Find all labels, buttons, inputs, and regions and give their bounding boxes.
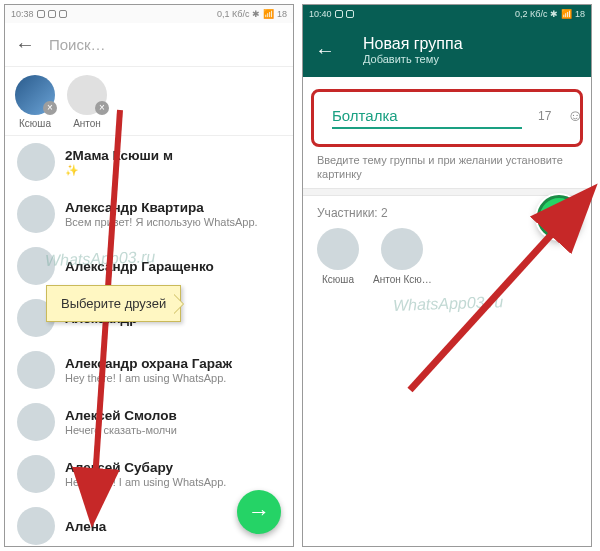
contact-name: 2Мама Ксюши м	[65, 148, 173, 163]
participant[interactable]: Антон Ксю…	[373, 228, 432, 285]
contact-status: ✨	[65, 164, 173, 177]
contact-row[interactable]: Александр КвартираВсем привет! Я использ…	[5, 188, 293, 240]
group-subject-card: 17 ☺	[311, 89, 583, 147]
emoji-icon[interactable]: ☺	[567, 107, 583, 125]
contact-row[interactable]: 2Мама Ксюши м✨	[5, 136, 293, 188]
header-subtitle: Добавить тему	[363, 53, 463, 65]
selected-chip[interactable]: × Антон	[67, 75, 107, 129]
remove-chip-icon[interactable]: ×	[95, 101, 109, 115]
contact-name: Алена	[65, 519, 106, 534]
char-counter: 17	[538, 109, 551, 123]
contact-row[interactable]: Алексей СмоловНечего сказать-молчи	[5, 396, 293, 448]
phone-right: 10:40 0,2 Кб/с ✱ 📶 18 ← Новая группа Доб…	[302, 4, 592, 547]
avatar	[17, 455, 55, 493]
avatar	[17, 143, 55, 181]
avatar	[17, 351, 55, 389]
participant-name: Антон Ксю…	[373, 274, 432, 285]
search-header: ←	[5, 23, 293, 67]
group-subject-input[interactable]	[332, 104, 522, 129]
callout-text: Выберите друзей	[61, 296, 166, 311]
confirm-fab[interactable]: ✓	[537, 195, 581, 239]
contact-status: Hey there! I am using WhatsApp.	[65, 476, 226, 488]
status-net: 0,1 Кб/с	[217, 9, 249, 19]
contact-name: Алексей Субару	[65, 460, 226, 475]
remove-chip-icon[interactable]: ×	[43, 101, 57, 115]
subject-hint: Введите тему группы и при желании устано…	[303, 153, 591, 188]
annotation-callout: Выберите друзей	[46, 285, 181, 322]
status-time: 10:40	[309, 9, 332, 19]
header-title: Новая группа	[363, 35, 463, 53]
contact-name: Александр Гаращенко	[65, 259, 214, 274]
contact-status: Нечего сказать-молчи	[65, 424, 177, 436]
contact-name: Александр охрана Гараж	[65, 356, 232, 371]
status-icon	[59, 10, 67, 18]
status-icon	[37, 10, 45, 18]
status-batt: 18	[575, 9, 585, 19]
contact-name: Алексей Смолов	[65, 408, 177, 423]
check-icon: ✓	[550, 204, 568, 230]
status-batt: 18	[277, 9, 287, 19]
contact-row[interactable]: Александр охрана ГаражHey there! I am us…	[5, 344, 293, 396]
divider	[303, 188, 591, 196]
contacts-list[interactable]: 2Мама Ксюши м✨Александр КвартираВсем при…	[5, 136, 293, 547]
statusbar: 10:38 0,1 Кб/с ✱ 📶 18	[5, 5, 293, 23]
avatar	[317, 228, 359, 270]
participant-name: Ксюша	[322, 274, 354, 285]
avatar	[17, 403, 55, 441]
avatar	[17, 195, 55, 233]
selected-chip-row: × Ксюша × Антон	[5, 67, 293, 136]
avatar	[17, 507, 55, 545]
selected-chip[interactable]: × Ксюша	[15, 75, 55, 129]
status-net: 0,2 Кб/с	[515, 9, 547, 19]
chip-label: Ксюша	[19, 118, 51, 129]
contact-name: Александр Квартира	[65, 200, 258, 215]
back-arrow-icon[interactable]: ←	[315, 39, 335, 62]
arrow-right-icon: →	[248, 499, 270, 525]
contact-status: Всем привет! Я использую WhatsApp.	[65, 216, 258, 228]
search-input[interactable]	[49, 36, 283, 53]
status-icon	[346, 10, 354, 18]
app-header: ← Новая группа Добавить тему	[303, 23, 591, 77]
watermark: WhatsApp03.ru	[393, 293, 504, 315]
avatar	[381, 228, 423, 270]
contact-status: Hey there! I am using WhatsApp.	[65, 372, 232, 384]
statusbar: 10:40 0,2 Кб/с ✱ 📶 18	[303, 5, 591, 23]
chip-label: Антон	[73, 118, 101, 129]
next-fab[interactable]: →	[237, 490, 281, 534]
phone-left: 10:38 0,1 Кб/с ✱ 📶 18 ← × Ксюша	[4, 4, 294, 547]
status-icon	[48, 10, 56, 18]
status-icon	[335, 10, 343, 18]
status-time: 10:38	[11, 9, 34, 19]
participant[interactable]: Ксюша	[317, 228, 359, 285]
avatar	[17, 247, 55, 285]
back-arrow-icon[interactable]: ←	[15, 33, 35, 56]
